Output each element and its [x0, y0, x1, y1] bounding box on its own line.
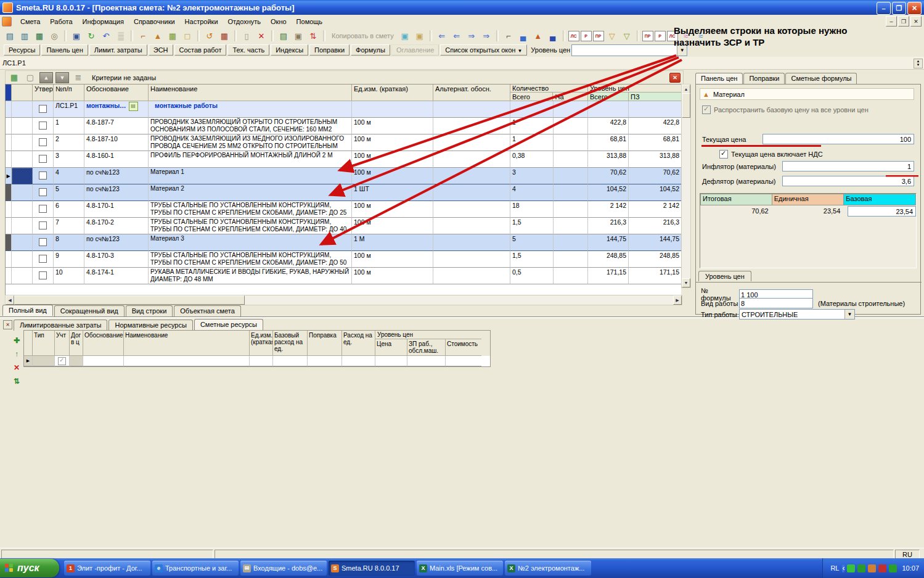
approve-checkbox[interactable]	[39, 155, 47, 163]
uch-checkbox[interactable]	[58, 357, 66, 365]
search-icon[interactable]: ◎	[47, 30, 61, 42]
col-header-justification[interactable]: Обоснование	[83, 331, 124, 356]
task-button[interactable]: eТранспортные и заг...	[152, 561, 239, 576]
grid-row[interactable]: 5 по сч№123 Материал 2 1 ШТ 4 104,52 104…	[6, 184, 681, 201]
criteria-grid-icon[interactable]: ▦	[7, 72, 21, 84]
hammer-icon[interactable]: ⌐	[502, 30, 515, 42]
tools-icon[interactable]: ⌐	[136, 30, 150, 42]
worktype-field[interactable]: 8	[739, 298, 813, 308]
work-structure-button[interactable]: Состав работ	[174, 44, 227, 56]
level-shift-right-icon[interactable]: ⇒	[465, 30, 478, 42]
col-header-correction[interactable]: Поправка	[308, 331, 342, 356]
col-header-per-unit[interactable]: Расход на ед.	[342, 331, 375, 356]
save-icon[interactable]: ▣	[70, 30, 83, 42]
chevron-down-icon[interactable]: ▼	[844, 310, 854, 319]
start-button[interactable]: пуск	[0, 559, 59, 577]
col-header-unit[interactable]: Ед.изм. (краткая)	[352, 85, 433, 101]
col-header-price-total[interactable]: Всего	[588, 93, 629, 101]
tray-language-indicator[interactable]: RL	[830, 564, 839, 572]
doc-ls-icon[interactable]: ЛС	[568, 31, 579, 41]
level-shift-left2-icon[interactable]: ⇐	[450, 30, 464, 42]
price-level-combo[interactable]: ▼	[571, 44, 687, 56]
truck-icon[interactable]: ▄	[517, 30, 530, 42]
spread-base-price-checkbox[interactable]	[702, 105, 711, 114]
add-row-icon[interactable]: ✚	[11, 335, 23, 346]
task-button[interactable]: XMain.xls [Режим сов...	[417, 561, 503, 576]
blocks-icon[interactable]: ▦	[218, 30, 231, 42]
tab-full-view[interactable]: Полный вид	[2, 305, 53, 316]
scroll-thumb[interactable]	[682, 93, 690, 118]
unit-price-header[interactable]: Единичная	[772, 194, 844, 205]
formulas-button[interactable]: Формулы	[351, 44, 390, 56]
col-header-name[interactable]: Наименование	[149, 85, 352, 101]
tab-corrections[interactable]: Поправки	[743, 73, 785, 84]
close-button[interactable]: ✕	[907, 2, 922, 15]
approve-checkbox[interactable]	[39, 171, 47, 180]
tab-short-view[interactable]: Сокращенный вид	[54, 305, 125, 316]
col-header-type[interactable]: Тип	[33, 331, 55, 356]
tab-price-panel[interactable]: Панель цен	[695, 73, 743, 84]
tab-normative-resources[interactable]: Нормативные ресурсы	[108, 320, 192, 331]
task-button[interactable]: ✉Входящие - dobs@e...	[240, 561, 327, 576]
tab-estimate-formulas[interactable]: Сметные формулы	[785, 73, 857, 84]
task-button-active[interactable]: SSmeta.RU 8.0.0.17	[329, 561, 415, 576]
paste-icon[interactable]: ▣	[413, 30, 427, 42]
current-position-value[interactable]: ЛС1.Р1	[2, 59, 26, 67]
undo-icon[interactable]: ↶	[99, 30, 113, 42]
col-header-alt[interactable]: Альтернат. обосн.	[433, 85, 510, 101]
delete-icon[interactable]: ✕	[255, 30, 268, 42]
insert-row-icon[interactable]: ↑	[11, 349, 23, 360]
col-header-unit[interactable]: Ед.изм. (краткая	[250, 331, 273, 356]
close-pane-icon[interactable]: ✕	[3, 320, 12, 329]
copy-structure-icon[interactable]: ▣	[292, 30, 305, 42]
edit-icon[interactable]: ▯	[240, 30, 253, 42]
collapse-chevron-icon[interactable]: ‹	[842, 564, 844, 572]
vertical-scrollbar[interactable]: ▲ ▼	[681, 84, 691, 288]
approve-checkbox[interactable]	[39, 271, 47, 279]
updown-icon[interactable]: ⇅	[306, 30, 320, 42]
tab-price-level[interactable]: Уровень цен	[698, 271, 751, 281]
col-header-name[interactable]: Наименование	[124, 331, 250, 356]
tab-row-view[interactable]: Вид строки	[126, 305, 173, 316]
col-header-pz[interactable]: ПЗ	[629, 93, 681, 101]
horizontal-scrollbar[interactable]: ◀ ▶	[5, 295, 682, 305]
excel-icon[interactable]: ▦	[33, 30, 46, 42]
tab-limited-costs[interactable]: Лимитированные затраты	[14, 320, 107, 331]
col-header-cost[interactable]: Стоимость	[446, 339, 481, 355]
approve-checkbox[interactable]	[39, 205, 47, 213]
move-up-icon[interactable]: ▲	[39, 72, 53, 83]
esn-button[interactable]: ЭСН	[149, 44, 173, 56]
menu-item[interactable]: Смета	[15, 16, 45, 27]
tray-app-icon[interactable]	[847, 564, 855, 572]
total-price-header[interactable]: Итоговая	[700, 194, 772, 205]
doc-r2-icon[interactable]: Р	[655, 31, 666, 41]
doc-list-icon[interactable]: ≣	[72, 72, 85, 84]
doc-pr-icon[interactable]: ПР	[593, 31, 604, 41]
tree-structure-icon[interactable]: ▤	[3, 30, 17, 42]
restore-button[interactable]: ❐	[892, 2, 906, 15]
refresh-icon[interactable]: ↻	[84, 30, 98, 42]
col-header-base[interactable]: Базовый расход на ед.	[273, 331, 308, 356]
cart-icon[interactable]: ▦	[166, 30, 179, 42]
approve-checkbox[interactable]	[39, 105, 47, 113]
note-icon[interactable]: ▤	[129, 102, 138, 111]
menu-item[interactable]: Отдохнуть	[223, 16, 266, 27]
grid-row[interactable]: 10 4.8-174-1 РУКАВА МЕТАЛЛИЧЕСКИЕ И ВВОД…	[6, 268, 681, 284]
copy-icon[interactable]: ▣	[398, 30, 412, 42]
menu-item[interactable]: Помощь	[292, 16, 328, 27]
sort-rows-icon[interactable]: ⇅	[11, 376, 23, 387]
criteria-clear-icon[interactable]: ▢	[23, 72, 37, 84]
menu-item[interactable]: Окно	[266, 16, 292, 27]
move-down-icon[interactable]: ▼	[55, 72, 69, 83]
approve-checkbox[interactable]	[39, 122, 47, 130]
delete-row-icon[interactable]: ✕	[11, 362, 23, 373]
current-price-field[interactable]: 100	[763, 134, 914, 144]
grid-row[interactable]: 8 по сч№123 Материал 3 1 М 5 144,75 144,…	[6, 234, 681, 251]
col-header-justification[interactable]: Обоснование	[84, 85, 149, 101]
tab-object-estimate[interactable]: Объектная смета	[174, 305, 241, 316]
task-button[interactable]: X№2 электромонтаж...	[505, 561, 591, 576]
tray-book-icon[interactable]	[868, 564, 876, 572]
antivirus-icon[interactable]	[889, 564, 897, 572]
basket-icon[interactable]: ▽	[605, 30, 619, 42]
level-shift-left-icon[interactable]: ⇐	[435, 30, 449, 42]
